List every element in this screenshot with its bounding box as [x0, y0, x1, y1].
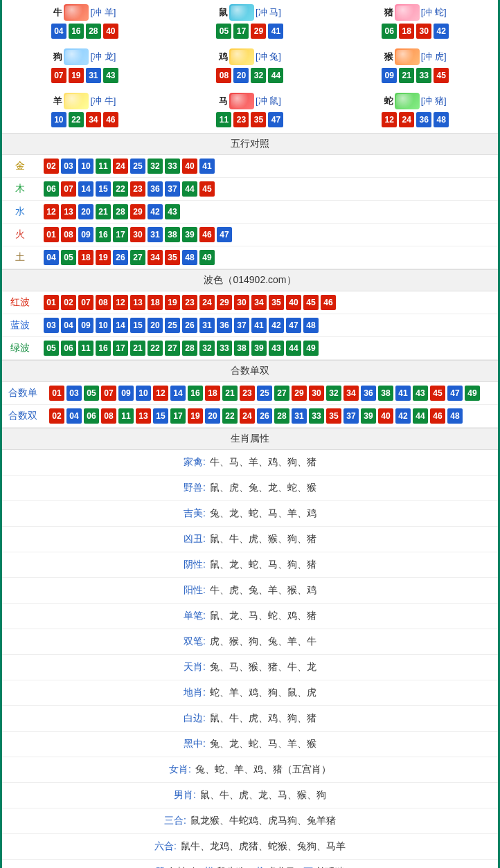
section-bose-title: 波色（014902.com） — [2, 269, 498, 291]
wuxing-table: 金02031011242532334041木060714152223363744… — [2, 155, 498, 269]
number-ball: 02 — [61, 295, 76, 310]
number-ball: 35 — [326, 408, 341, 424]
number-ball: 32 — [251, 68, 266, 83]
number-ball: 44 — [268, 68, 283, 83]
bose-row: 红波0102070812131819232429303435404546 — [2, 291, 498, 314]
attr-value: 鼠、牛、虎、鸡、狗、猪 — [210, 712, 316, 723]
number-ball: 31 — [199, 318, 215, 333]
number-ball: 41 — [251, 318, 267, 333]
attr-key: 男肖: — [174, 789, 196, 800]
number-ball: 47 — [286, 318, 301, 333]
number-ball: 14 — [170, 386, 186, 401]
attr-key: 家禽: — [184, 456, 206, 467]
zodiac-name: 羊 — [53, 95, 62, 107]
number-ball: 44 — [182, 181, 197, 197]
attr-row: 女肖: 兔、蛇、羊、鸡、猪（五宫肖） — [2, 757, 498, 783]
number-ball: 13 — [136, 408, 151, 424]
attr-row: 野兽: 鼠、虎、兔、龙、蛇、猴 — [2, 476, 498, 501]
number-ball: 17 — [113, 341, 128, 356]
number-ball: 39 — [182, 227, 197, 242]
number-ball: 12 — [382, 112, 397, 127]
zodiac-icon — [395, 4, 420, 21]
number-ball: 18 — [205, 386, 220, 401]
number-ball: 18 — [148, 295, 163, 310]
attr-key: 吉美: — [184, 507, 206, 518]
number-ball: 48 — [303, 318, 319, 333]
number-ball: 04 — [44, 250, 59, 265]
bose-row: 绿波05061116172122272832333839434449 — [2, 337, 498, 360]
number-ball: 03 — [61, 159, 76, 174]
zodiac-name: 牛 — [53, 6, 62, 19]
attr-row: 家禽: 牛、马、羊、鸡、狗、猪 — [2, 450, 498, 476]
number-ball: 23 — [233, 112, 249, 127]
zodiac-clash: [冲 马] — [256, 6, 281, 19]
number-ball: 03 — [66, 386, 82, 401]
attr-key: 六合: — [154, 840, 177, 851]
number-ball: 21 — [130, 341, 145, 356]
number-ball: 33 — [309, 408, 324, 424]
number-ball: 34 — [343, 386, 359, 401]
number-ball: 39 — [251, 341, 267, 356]
bose-label: 红波 — [2, 291, 38, 314]
attr-row: 双笔: 虎、猴、狗、兔、羊、牛 — [2, 629, 498, 655]
attr-key: 野兽: — [184, 482, 206, 493]
zodiac-icon — [229, 93, 254, 109]
attr-key: 双笔: — [184, 635, 206, 647]
wuxing-label: 火 — [2, 224, 38, 246]
number-ball: 33 — [416, 68, 431, 83]
number-ball: 09 — [382, 68, 397, 83]
number-ball: 32 — [199, 341, 215, 356]
heshu-label: 合数双 — [2, 405, 44, 428]
number-ball: 46 — [199, 227, 215, 242]
number-ball: 27 — [130, 250, 145, 265]
zodiac-cell: 鸡[冲 兔]08203244 — [168, 44, 333, 89]
number-ball: 20 — [205, 408, 220, 424]
number-ball: 22 — [69, 112, 84, 127]
zodiac-name: 猪 — [384, 6, 393, 19]
attr-value: 兔、龙、蛇、马、羊、猴 — [210, 738, 316, 749]
number-ball: 37 — [343, 408, 359, 424]
number-ball: 41 — [268, 24, 283, 39]
number-ball: 02 — [49, 408, 64, 424]
number-ball: 01 — [49, 386, 64, 401]
attr-row: 男肖: 鼠、牛、虎、龙、马、猴、狗 — [2, 783, 498, 808]
number-ball: 27 — [274, 386, 289, 401]
zodiac-icon — [64, 4, 89, 21]
attr-key: 三合: — [164, 815, 186, 826]
number-ball: 29 — [217, 295, 232, 310]
attr-row: 吉美: 兔、龙、蛇、马、羊、鸡 — [2, 501, 498, 527]
zodiac-clash: [冲 牛] — [90, 95, 116, 107]
wuxing-row: 木06071415222336374445 — [2, 178, 498, 201]
bose-row: 蓝波03040910141520252631363741424748 — [2, 314, 498, 337]
wuxing-label: 金 — [2, 155, 38, 178]
number-ball: 38 — [378, 386, 393, 401]
number-ball: 44 — [413, 408, 428, 424]
number-ball: 25 — [130, 159, 145, 174]
number-ball: 23 — [182, 295, 197, 310]
number-ball: 38 — [234, 341, 249, 356]
attr-value: 虎、猴、狗、兔、羊、牛 — [210, 635, 316, 647]
number-ball: 02 — [44, 159, 59, 174]
section-wuxing-title: 五行对照 — [2, 133, 498, 155]
heshu-row: 合数双0204060811131517192022242628313335373… — [2, 405, 498, 428]
number-ball: 23 — [240, 386, 255, 401]
number-ball: 42 — [269, 318, 284, 333]
zodiac-clash: [冲 兔] — [256, 51, 281, 63]
attrs-list: 家禽: 牛、马、羊、鸡、狗、猪野兽: 鼠、虎、兔、龙、蛇、猴吉美: 兔、龙、蛇、… — [2, 450, 498, 868]
attr-key: 天肖: — [184, 661, 206, 672]
wuxing-row: 水1213202128294243 — [2, 201, 498, 224]
attr-row: 三合: 鼠龙猴、牛蛇鸡、虎马狗、兔羊猪 — [2, 808, 498, 834]
number-ball: 40 — [378, 408, 393, 424]
number-ball: 26 — [182, 318, 197, 333]
number-ball: 29 — [251, 24, 266, 39]
number-ball: 24 — [199, 295, 215, 310]
number-ball: 03 — [44, 318, 59, 333]
number-ball: 19 — [69, 68, 84, 83]
heshu-label: 合数单 — [2, 382, 44, 405]
number-ball: 35 — [269, 295, 284, 310]
number-ball: 40 — [286, 295, 301, 310]
number-ball: 21 — [96, 204, 111, 219]
number-ball: 32 — [326, 386, 341, 401]
attr-value: 鼠、牛、虎、猴、狗、猪 — [210, 533, 316, 544]
number-ball: 11 — [216, 112, 231, 127]
